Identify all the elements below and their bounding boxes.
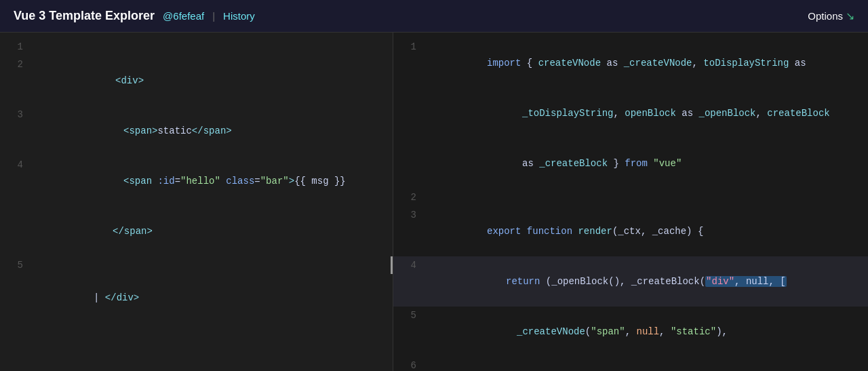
output-line-2: 2 (393, 189, 868, 206)
output-code: 1 import { createVNode as _createVNode, … (393, 38, 868, 371)
line-num-4: 4 (0, 157, 34, 173)
app-title: Vue 3 Template Explorer (14, 9, 155, 23)
out-content-3: export function render(_ctx, _cache) { (427, 207, 868, 256)
out-num-1: 1 (393, 39, 427, 55)
history-link[interactable]: History (223, 10, 255, 22)
out-content-1b: _toDisplayString, openBlock as _openBloc… (427, 89, 868, 138)
line-num-2: 2 (0, 56, 34, 73)
out-content-1c: as _createBlock } from "vue" (427, 139, 868, 188)
at-link[interactable]: @6fefeaf (163, 10, 204, 22)
line-4b: </span> (0, 206, 393, 256)
code-text: <div> (94, 75, 144, 86)
main-content: 1 2 <div> 3 <span>static</span> 4 <span … (0, 33, 868, 371)
out-content-4: return (_openBlock(), _createBlock("div"… (427, 257, 868, 306)
line-2: 2 <div> (0, 56, 393, 106)
output-line-6: 6 _createVNode("span", { (393, 357, 868, 371)
out-num-2: 2 (393, 189, 427, 206)
output-line-3: 3 export function render(_ctx, _cache) { (393, 206, 868, 256)
line-content-3: <span>static</span> (34, 106, 393, 155)
line-5: 5 | </div> (0, 256, 393, 323)
line-num-5: 5 (0, 257, 34, 273)
out-num-3: 3 (393, 207, 427, 223)
output-line-4: 4 return (_openBlock(), _createBlock("di… (393, 256, 868, 307)
line-1: 1 (0, 38, 393, 56)
line-content-4: <span :id="hello" class="bar">{{ msg }} (34, 157, 393, 206)
out-num-5: 5 (393, 307, 427, 324)
line-content-5: | </div> (34, 257, 393, 322)
out-content-6: _createVNode("span", { (427, 357, 868, 371)
line-3: 3 <span>static</span> (0, 106, 393, 156)
output-line-1: 1 import { createVNode as _createVNode, … (393, 38, 868, 88)
output-line-1c: as _createBlock } from "vue" (393, 138, 868, 189)
options-button[interactable]: Options ↘ (808, 9, 854, 22)
line-content-2: <div> (34, 56, 393, 105)
header-left: Vue 3 Template Explorer @6fefeaf | Histo… (14, 9, 255, 23)
line-content-4b: </span> (34, 207, 393, 256)
out-content-5: _createVNode("span", null, "static"), (427, 307, 868, 356)
compiled-output: 1 import { createVNode as _createVNode, … (393, 33, 868, 371)
line-4: 4 <span :id="hello" class="bar">{{ msg }… (0, 156, 393, 206)
header: Vue 3 Template Explorer @6fefeaf | Histo… (0, 0, 868, 33)
output-line-5: 5 _createVNode("span", null, "static"), (393, 307, 868, 357)
line-num-3: 3 (0, 106, 34, 123)
out-content-1: import { createVNode as _createVNode, to… (427, 39, 868, 87)
template-editor[interactable]: 1 2 <div> 3 <span>static</span> 4 <span … (0, 33, 393, 371)
separator: | (212, 10, 215, 22)
out-num-4: 4 (393, 257, 427, 273)
template-code: 1 2 <div> 3 <span>static</span> 4 <span … (0, 38, 393, 371)
out-num-6: 6 (393, 357, 427, 371)
options-arrow-icon: ↘ (846, 9, 854, 22)
line-num-1: 1 (0, 39, 34, 55)
options-label: Options (808, 10, 843, 22)
output-line-1b: _toDisplayString, openBlock as _openBloc… (393, 88, 868, 138)
